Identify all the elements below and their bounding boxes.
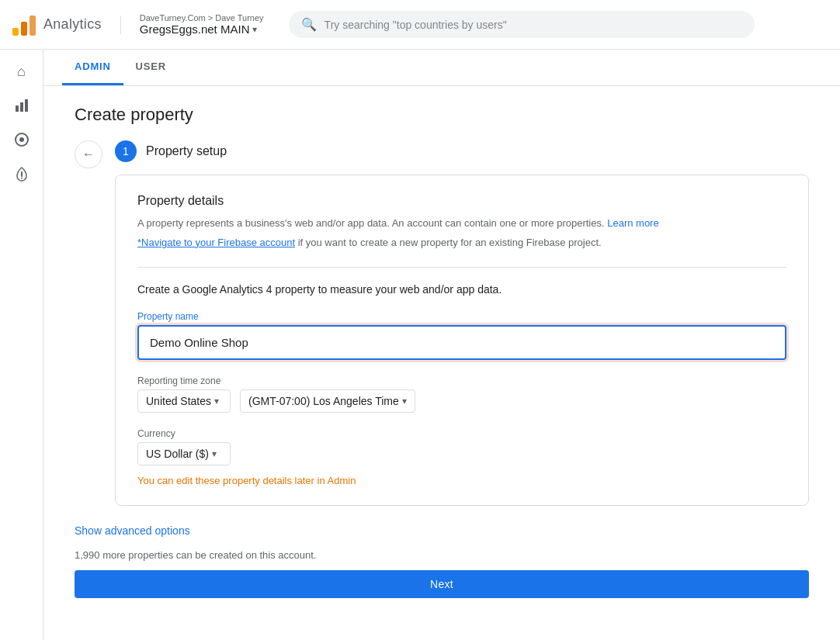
timezone-chevron-icon: ▾ (402, 396, 407, 406)
svg-point-4 (19, 137, 24, 142)
step-section: ← 1 Property setup Property details A pr… (75, 140, 809, 506)
header-account: DaveTurney.Com > Dave Turney GregsEggs.n… (140, 13, 264, 36)
card-divider (137, 267, 786, 268)
header-divider (120, 16, 121, 34)
search-box[interactable]: 🔍 Try searching "top countries by users" (289, 11, 755, 38)
card-title: Property details (137, 194, 786, 208)
tab-user[interactable]: USER (123, 50, 179, 85)
logo-bar-1 (12, 28, 19, 36)
tabs-bar: ADMIN USER (43, 50, 840, 86)
currency-label: Currency (137, 428, 786, 439)
search-icon: 🔍 (301, 17, 317, 32)
firebase-link[interactable]: *Navigate to your Firebase account (137, 237, 295, 248)
country-value: United States (146, 395, 211, 407)
firebase-link-desc: if you want to create a new property for… (298, 237, 602, 248)
account-name-text: GregsEggs.net MAIN (140, 22, 250, 36)
card-description: A property represents a business's web a… (137, 216, 786, 232)
edit-note: You can edit these property details late… (137, 475, 786, 486)
analytics-logo (12, 14, 36, 36)
currency-dropdown[interactable]: US Dollar ($) ▾ (137, 442, 231, 465)
ga4-note-text: Create a Google Analytics 4 property to … (137, 283, 502, 296)
property-name-field: Property name (137, 311, 786, 360)
page-title: Create property (75, 105, 809, 125)
step-header: 1 Property setup (115, 140, 809, 162)
sidebar-home[interactable]: ⌂ (6, 56, 37, 87)
property-details-card: Property details A property represents a… (115, 175, 809, 506)
step-badge: 1 (115, 140, 137, 162)
logo-bar-2 (21, 22, 27, 36)
advanced-options-link[interactable]: Show advanced options (75, 524, 809, 537)
svg-rect-1 (20, 102, 23, 112)
next-button[interactable]: Next (75, 570, 809, 598)
step-label: Property setup (146, 144, 227, 158)
timezone-dropdown[interactable]: (GMT-07:00) Los Angeles Time ▾ (240, 389, 415, 413)
reporting-tz-label: Reporting time zone (137, 375, 786, 386)
step-content: 1 Property setup Property details A prop… (115, 140, 809, 506)
logo-bar-3 (30, 16, 36, 36)
logo-area: Analytics (12, 14, 102, 36)
currency-field: Currency US Dollar ($) ▾ (137, 428, 786, 465)
header: Analytics DaveTurney.Com > Dave Turney G… (0, 0, 840, 50)
account-breadcrumb: DaveTurney.Com > Dave Turney (140, 13, 264, 22)
timezone-value: (GMT-07:00) Los Angeles Time (248, 395, 399, 407)
app-body: ⌂ ADMIN USER (0, 50, 840, 640)
ga4-note: Create a Google Analytics 4 property to … (137, 283, 786, 296)
page: Create property ← 1 Property setup Prope… (43, 86, 840, 524)
main-content: ADMIN USER Create property ← 1 Property … (43, 50, 840, 640)
learn-more-link[interactable]: Learn more (607, 217, 658, 229)
card-desc-text: A property represents a business's web a… (137, 217, 605, 229)
sidebar-advertising[interactable] (6, 158, 37, 189)
chevron-down-icon: ▾ (252, 24, 257, 35)
sidebar: ⌂ (0, 50, 43, 640)
property-name-wrapper (137, 325, 786, 360)
search-area: 🔍 Try searching "top countries by users" (289, 11, 755, 38)
sidebar-explore[interactable] (6, 124, 37, 155)
country-chevron-icon: ▾ (214, 396, 219, 406)
search-placeholder: Try searching "top countries by users" (325, 19, 507, 31)
sidebar-reports[interactable] (6, 90, 37, 121)
svg-point-5 (21, 178, 23, 179)
back-button[interactable]: ← (75, 140, 102, 168)
bottom-section: Show advanced options 1,990 more propert… (43, 524, 840, 617)
property-name-label: Property name (137, 311, 786, 322)
tab-admin[interactable]: ADMIN (62, 50, 123, 85)
currency-value: US Dollar ($) (146, 448, 209, 460)
svg-rect-0 (16, 106, 19, 112)
property-name-input[interactable] (139, 327, 785, 358)
svg-rect-2 (25, 99, 28, 112)
reporting-tz-field: Reporting time zone United States ▾ (GMT… (137, 375, 786, 413)
currency-chevron-icon: ▾ (212, 448, 217, 459)
tz-row: United States ▾ (GMT-07:00) Los Angeles … (137, 389, 786, 413)
country-dropdown[interactable]: United States ▾ (137, 389, 231, 413)
account-name-dropdown[interactable]: GregsEggs.net MAIN ▾ (140, 22, 264, 36)
properties-count: 1,990 more properties can be created on … (75, 549, 809, 561)
firebase-link-line: *Navigate to your Firebase account if yo… (137, 235, 786, 251)
app-name: Analytics (43, 16, 102, 33)
